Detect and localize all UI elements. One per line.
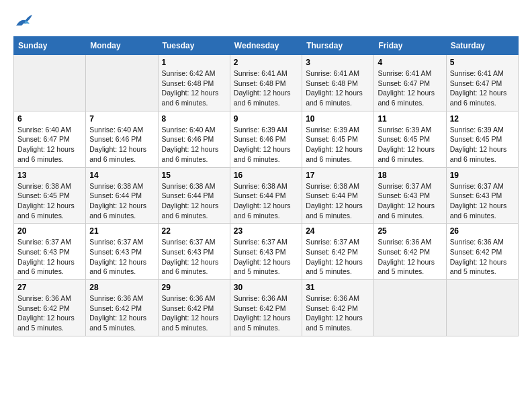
day-info: Sunrise: 6:41 AM Sunset: 6:47 PM Dayligh… [450, 68, 515, 108]
calendar-week-1: 1Sunrise: 6:42 AM Sunset: 6:48 PM Daylig… [14, 55, 519, 111]
day-number: 26 [450, 226, 515, 236]
col-header-tuesday: Tuesday [158, 37, 230, 55]
day-info: Sunrise: 6:38 AM Sunset: 6:44 PM Dayligh… [162, 181, 226, 221]
day-number: 10 [306, 114, 370, 124]
calendar-week-5: 27Sunrise: 6:36 AM Sunset: 6:42 PM Dayli… [14, 280, 519, 336]
header [13, 13, 519, 26]
calendar-cell: 22Sunrise: 6:37 AM Sunset: 6:43 PM Dayli… [158, 224, 230, 280]
calendar-cell: 4Sunrise: 6:41 AM Sunset: 6:47 PM Daylig… [374, 55, 446, 111]
day-number: 29 [162, 283, 226, 292]
day-number: 15 [162, 171, 226, 180]
day-number: 25 [378, 226, 442, 236]
calendar-cell [374, 280, 446, 336]
day-number: 27 [17, 283, 82, 292]
day-info: Sunrise: 6:36 AM Sunset: 6:42 PM Dayligh… [162, 293, 226, 333]
day-number: 22 [162, 226, 226, 236]
calendar-cell: 31Sunrise: 6:36 AM Sunset: 6:42 PM Dayli… [302, 280, 374, 336]
day-info: Sunrise: 6:42 AM Sunset: 6:48 PM Dayligh… [162, 68, 226, 108]
day-number: 3 [306, 58, 370, 67]
col-header-monday: Monday [86, 37, 158, 55]
day-number: 17 [306, 171, 370, 180]
calendar-cell: 5Sunrise: 6:41 AM Sunset: 6:47 PM Daylig… [446, 55, 518, 111]
day-info: Sunrise: 6:40 AM Sunset: 6:47 PM Dayligh… [17, 125, 82, 165]
col-header-saturday: Saturday [446, 37, 518, 55]
logo-bird-icon [15, 13, 34, 28]
day-number: 30 [234, 283, 298, 292]
calendar-cell: 12Sunrise: 6:39 AM Sunset: 6:45 PM Dayli… [446, 111, 518, 167]
day-number: 14 [89, 171, 154, 180]
day-info: Sunrise: 6:41 AM Sunset: 6:47 PM Dayligh… [378, 68, 442, 108]
day-number: 19 [450, 171, 515, 180]
calendar-cell: 30Sunrise: 6:36 AM Sunset: 6:42 PM Dayli… [230, 280, 302, 336]
col-header-thursday: Thursday [302, 37, 374, 55]
calendar-cell: 11Sunrise: 6:39 AM Sunset: 6:45 PM Dayli… [374, 111, 446, 167]
calendar-cell: 14Sunrise: 6:38 AM Sunset: 6:44 PM Dayli… [86, 167, 158, 224]
day-number: 7 [89, 114, 154, 124]
calendar-week-3: 13Sunrise: 6:38 AM Sunset: 6:45 PM Dayli… [14, 167, 519, 224]
day-info: Sunrise: 6:37 AM Sunset: 6:42 PM Dayligh… [306, 237, 370, 277]
calendar-cell: 17Sunrise: 6:38 AM Sunset: 6:44 PM Dayli… [302, 167, 374, 224]
day-info: Sunrise: 6:36 AM Sunset: 6:42 PM Dayligh… [17, 293, 82, 333]
day-info: Sunrise: 6:38 AM Sunset: 6:45 PM Dayligh… [17, 181, 82, 221]
day-number: 21 [89, 226, 154, 236]
calendar-cell: 26Sunrise: 6:36 AM Sunset: 6:42 PM Dayli… [446, 224, 518, 280]
day-info: Sunrise: 6:37 AM Sunset: 6:43 PM Dayligh… [450, 181, 515, 221]
calendar-cell: 20Sunrise: 6:37 AM Sunset: 6:43 PM Dayli… [14, 224, 86, 280]
day-info: Sunrise: 6:36 AM Sunset: 6:42 PM Dayligh… [89, 293, 154, 333]
calendar-cell: 18Sunrise: 6:37 AM Sunset: 6:43 PM Dayli… [374, 167, 446, 224]
calendar-cell [446, 280, 518, 336]
day-info: Sunrise: 6:41 AM Sunset: 6:48 PM Dayligh… [306, 68, 370, 108]
calendar-cell: 7Sunrise: 6:40 AM Sunset: 6:46 PM Daylig… [86, 111, 158, 167]
day-info: Sunrise: 6:40 AM Sunset: 6:46 PM Dayligh… [162, 125, 226, 165]
calendar-cell: 2Sunrise: 6:41 AM Sunset: 6:48 PM Daylig… [230, 55, 302, 111]
calendar-cell: 6Sunrise: 6:40 AM Sunset: 6:47 PM Daylig… [14, 111, 86, 167]
day-info: Sunrise: 6:37 AM Sunset: 6:43 PM Dayligh… [378, 181, 442, 221]
day-info: Sunrise: 6:38 AM Sunset: 6:44 PM Dayligh… [234, 181, 298, 221]
day-info: Sunrise: 6:37 AM Sunset: 6:43 PM Dayligh… [89, 237, 154, 277]
day-number: 23 [234, 226, 298, 236]
calendar-week-4: 20Sunrise: 6:37 AM Sunset: 6:43 PM Dayli… [14, 224, 519, 280]
day-info: Sunrise: 6:40 AM Sunset: 6:46 PM Dayligh… [89, 125, 154, 165]
col-header-friday: Friday [374, 37, 446, 55]
day-info: Sunrise: 6:39 AM Sunset: 6:45 PM Dayligh… [450, 125, 515, 165]
day-info: Sunrise: 6:39 AM Sunset: 6:45 PM Dayligh… [378, 125, 442, 165]
calendar-cell: 16Sunrise: 6:38 AM Sunset: 6:44 PM Dayli… [230, 167, 302, 224]
day-number: 9 [234, 114, 298, 124]
day-number: 28 [89, 283, 154, 292]
calendar-cell: 29Sunrise: 6:36 AM Sunset: 6:42 PM Dayli… [158, 280, 230, 336]
day-number: 4 [378, 58, 442, 67]
day-info: Sunrise: 6:36 AM Sunset: 6:42 PM Dayligh… [234, 293, 298, 333]
calendar-cell [86, 55, 158, 111]
calendar-cell [14, 55, 86, 111]
day-number: 24 [306, 226, 370, 236]
calendar-cell: 25Sunrise: 6:36 AM Sunset: 6:42 PM Dayli… [374, 224, 446, 280]
calendar-table: SundayMondayTuesdayWednesdayThursdayFrid… [13, 36, 519, 336]
calendar-cell: 1Sunrise: 6:42 AM Sunset: 6:48 PM Daylig… [158, 55, 230, 111]
day-number: 12 [450, 114, 515, 124]
day-number: 5 [450, 58, 515, 67]
day-number: 2 [234, 58, 298, 67]
day-info: Sunrise: 6:38 AM Sunset: 6:44 PM Dayligh… [306, 181, 370, 221]
calendar-cell: 10Sunrise: 6:39 AM Sunset: 6:45 PM Dayli… [302, 111, 374, 167]
col-header-sunday: Sunday [14, 37, 86, 55]
calendar-cell: 28Sunrise: 6:36 AM Sunset: 6:42 PM Dayli… [86, 280, 158, 336]
calendar-cell: 23Sunrise: 6:37 AM Sunset: 6:43 PM Dayli… [230, 224, 302, 280]
day-number: 1 [162, 58, 226, 67]
day-info: Sunrise: 6:41 AM Sunset: 6:48 PM Dayligh… [234, 68, 298, 108]
day-number: 8 [162, 114, 226, 124]
day-number: 31 [306, 283, 370, 292]
day-info: Sunrise: 6:39 AM Sunset: 6:45 PM Dayligh… [306, 125, 370, 165]
calendar-header-row: SundayMondayTuesdayWednesdayThursdayFrid… [14, 37, 519, 55]
calendar-cell: 13Sunrise: 6:38 AM Sunset: 6:45 PM Dayli… [14, 167, 86, 224]
day-number: 6 [17, 114, 82, 124]
col-header-wednesday: Wednesday [230, 37, 302, 55]
calendar-cell: 8Sunrise: 6:40 AM Sunset: 6:46 PM Daylig… [158, 111, 230, 167]
day-info: Sunrise: 6:37 AM Sunset: 6:43 PM Dayligh… [162, 237, 226, 277]
calendar-week-2: 6Sunrise: 6:40 AM Sunset: 6:47 PM Daylig… [14, 111, 519, 167]
day-info: Sunrise: 6:37 AM Sunset: 6:43 PM Dayligh… [234, 237, 298, 277]
logo [13, 13, 34, 26]
calendar-cell: 21Sunrise: 6:37 AM Sunset: 6:43 PM Dayli… [86, 224, 158, 280]
calendar-cell: 24Sunrise: 6:37 AM Sunset: 6:42 PM Dayli… [302, 224, 374, 280]
day-info: Sunrise: 6:36 AM Sunset: 6:42 PM Dayligh… [378, 237, 442, 277]
day-number: 18 [378, 171, 442, 180]
